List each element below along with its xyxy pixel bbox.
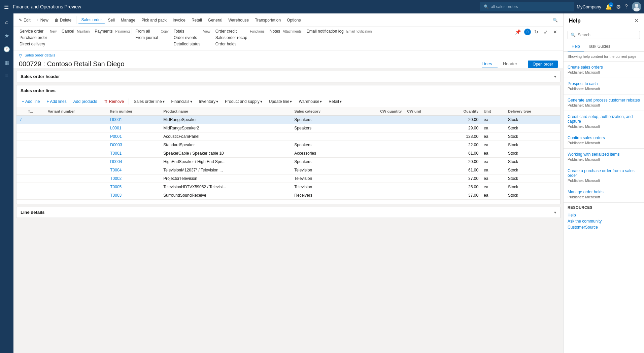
row-item[interactable]: T0004: [107, 166, 161, 174]
row-item[interactable]: D0004: [107, 158, 161, 166]
global-search-input[interactable]: [491, 4, 565, 9]
help-item-title[interactable]: Generate and process customer rebates: [568, 98, 640, 103]
notifications-icon[interactable]: 🔔 1: [605, 4, 612, 10]
row-item[interactable]: D0003: [107, 141, 161, 149]
update-line-dropdown[interactable]: Update line ▾: [266, 98, 295, 105]
sidebar-item-favorites[interactable]: ★: [1, 30, 13, 42]
tab-manage[interactable]: Manage: [118, 16, 138, 24]
horizontal-scrollbar[interactable]: [19, 200, 557, 204]
table-row[interactable]: D0003 StandardSpeaker Speakers 22.00 ea …: [16, 141, 560, 149]
table-row[interactable]: T0005 TelevisionHDTVX59052 / Televisi...…: [16, 183, 560, 191]
row-item[interactable]: D0001: [107, 116, 161, 124]
email-notification-log-button[interactable]: Email notification log: [305, 28, 346, 34]
breadcrumb[interactable]: Sales order details: [25, 53, 55, 57]
help-item-title[interactable]: Confirm sales orders: [568, 135, 640, 140]
table-row[interactable]: L0001 MidRangeSpeaker2 Speakers 29.00 ea…: [16, 124, 560, 132]
tab-invoice[interactable]: Invoice: [170, 16, 188, 24]
remove-button[interactable]: 🗑 Remove: [101, 98, 127, 105]
col-variant[interactable]: Variant number: [45, 107, 107, 116]
sales-order-recap-button[interactable]: Sales order recap: [213, 35, 249, 41]
user-avatar[interactable]: [632, 2, 641, 11]
row-item[interactable]: T0003: [107, 191, 161, 200]
expand-button[interactable]: ⤢: [542, 28, 550, 36]
add-line-button[interactable]: + Add line: [19, 98, 42, 105]
add-products-button[interactable]: Add products: [71, 98, 100, 105]
col-cw-qty[interactable]: CW quantity: [352, 107, 405, 116]
help-search-input[interactable]: [578, 33, 637, 37]
help-icon[interactable]: ?: [625, 4, 628, 10]
financials-dropdown[interactable]: Financials ▾: [169, 98, 195, 105]
new-button[interactable]: + New: [34, 16, 51, 24]
settings-icon[interactable]: ⚙: [616, 4, 621, 10]
sales-order-header-toggle[interactable]: Sales order header ▾: [16, 71, 560, 82]
warehouse-dropdown[interactable]: Warehouse ▾: [296, 98, 325, 105]
inventory-dropdown[interactable]: Inventory ▾: [196, 98, 221, 105]
add-lines-button[interactable]: + Add lines: [44, 98, 69, 105]
tab-pick-pack[interactable]: Pick and pack: [139, 16, 169, 24]
sidebar-item-workspaces[interactable]: ▦: [1, 56, 13, 69]
tab-sales-order[interactable]: Sales order: [78, 16, 104, 24]
sidebar-item-modules[interactable]: ≡: [1, 70, 13, 82]
row-item[interactable]: P0001: [107, 132, 161, 141]
payments-button[interactable]: Payments: [93, 28, 114, 34]
order-credit-button[interactable]: Order credit: [213, 28, 249, 34]
cancel-button[interactable]: Cancel: [60, 28, 76, 34]
close-ribbon-button[interactable]: ✕: [551, 28, 559, 36]
refresh-button[interactable]: ↻: [532, 28, 540, 36]
edit-button[interactable]: ✎ Edit: [16, 16, 33, 24]
table-row[interactable]: T0001 SpeakerCable / Speaker cable 10 Ac…: [16, 149, 560, 158]
col-qty[interactable]: Quantity: [442, 107, 481, 116]
sidebar-item-home[interactable]: ⌂: [1, 16, 13, 28]
direct-delivery-button[interactable]: Direct delivery: [18, 41, 49, 47]
tab-retail[interactable]: Retail: [189, 16, 205, 24]
notes-button[interactable]: Notes: [268, 28, 282, 34]
table-row[interactable]: T0003 SurroundSoundReceive Receivers 37.…: [16, 191, 560, 200]
help-search-box[interactable]: 🔍: [568, 31, 640, 39]
retail-dropdown[interactable]: Retail ▾: [326, 98, 344, 105]
help-item-title[interactable]: Manage order holds: [568, 190, 640, 194]
from-journal-button[interactable]: From journal: [133, 35, 160, 41]
col-type[interactable]: T...: [25, 107, 45, 116]
col-category[interactable]: Sales category: [292, 107, 352, 116]
col-unit[interactable]: Unit: [481, 107, 505, 116]
table-row[interactable]: ✓ D0001 MidRangeSpeaker Speakers 20.00 e…: [16, 116, 560, 124]
table-row[interactable]: T0004 TelevisionM12037° / Television ...…: [16, 166, 560, 174]
table-row[interactable]: D0004 HighEndSpeaker / High End Spe... S…: [16, 158, 560, 166]
totals-button[interactable]: Totals: [172, 28, 202, 34]
col-product[interactable]: Product name: [161, 107, 292, 116]
help-resource-community[interactable]: Ask the community: [568, 218, 640, 224]
global-search[interactable]: 🔍: [480, 2, 574, 11]
line-details-toggle[interactable]: Line details ▾: [16, 207, 560, 218]
detailed-status-button[interactable]: Detailed status: [172, 41, 202, 47]
service-order-button[interactable]: Service order: [18, 28, 49, 34]
order-holds-button[interactable]: Order holds: [213, 41, 249, 47]
help-item-title[interactable]: Create a purchase order from a sales ord…: [568, 168, 640, 178]
help-resource-customer-source[interactable]: CustomerSource: [568, 224, 640, 230]
col-item[interactable]: Item number: [107, 107, 161, 116]
help-item-title[interactable]: Create sales orders: [568, 65, 640, 70]
sidebar-item-recent[interactable]: 🕐: [1, 43, 13, 55]
row-item[interactable]: T0005: [107, 183, 161, 191]
table-row[interactable]: T0002 ProjectorTelevision Television 37.…: [16, 174, 560, 183]
menu-icon[interactable]: ☰: [3, 2, 10, 11]
pin-ribbon-button[interactable]: 📌: [513, 28, 523, 36]
help-close-button[interactable]: ✕: [634, 17, 639, 24]
tab-transportation[interactable]: Transportation: [252, 16, 283, 24]
row-item[interactable]: T0002: [107, 174, 161, 183]
sales-order-line-dropdown[interactable]: Sales order line ▾: [131, 98, 167, 105]
delete-button[interactable]: 🗑 Delete: [52, 16, 74, 24]
order-events-button[interactable]: Order events: [172, 35, 202, 41]
open-order-button[interactable]: Open order: [528, 61, 558, 68]
filter-icon[interactable]: ▽: [19, 53, 22, 58]
help-tab-task-guides[interactable]: Task Guides: [584, 42, 614, 51]
tab-general[interactable]: General: [205, 16, 225, 24]
col-delivery[interactable]: Delivery type: [505, 107, 560, 116]
tab-header[interactable]: Header: [498, 60, 523, 68]
tab-options[interactable]: Options: [284, 16, 303, 24]
row-item[interactable]: L0001: [107, 124, 161, 132]
help-resource-help[interactable]: Help: [568, 212, 640, 218]
tab-warehouse[interactable]: Warehouse: [226, 16, 251, 24]
help-item-title[interactable]: Credit card setup, authorization, and ca…: [568, 114, 640, 124]
product-supply-dropdown[interactable]: Product and supply ▾: [222, 98, 265, 105]
row-item[interactable]: T0001: [107, 149, 161, 158]
